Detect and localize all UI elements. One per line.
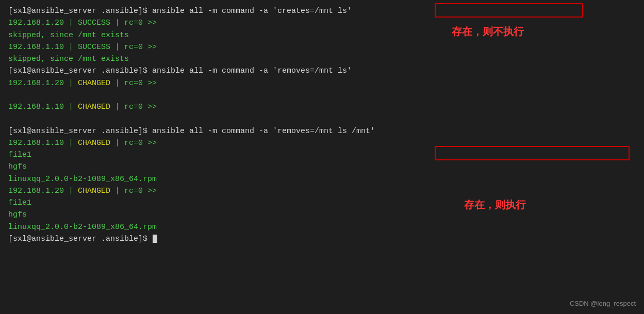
terminal-line-15: linuxqq_2.0.0-b2-1089_x86_64.rpm (8, 173, 636, 185)
terminal-line-9: 192.168.1.10 | CHANGED | rc=0 >> (8, 101, 636, 113)
terminal-line-1: [sxl@ansible_server .ansible]$ ansible a… (8, 5, 636, 17)
cursor (153, 235, 157, 243)
terminal-line-13: file1 (8, 149, 636, 161)
terminal-line-3: skipped, since /mnt exists (8, 29, 636, 41)
terminal-line-6: [sxl@ansible_server .ansible]$ ansible a… (8, 65, 636, 77)
terminal-line-18: hgfs (8, 209, 636, 221)
terminal-line-17: file1 (8, 197, 636, 209)
terminal-line-10 (8, 113, 636, 125)
terminal-line-11: [sxl@ansible_server .ansible]$ ansible a… (8, 125, 636, 137)
terminal-line-20: [sxl@ansible_server .ansible]$ (8, 233, 636, 245)
terminal-line-14: hgfs (8, 161, 636, 173)
terminal-line-2: 192.168.1.20 | SUCCESS | rc=0 >> (8, 17, 636, 29)
terminal-line-16: 192.168.1.20 | CHANGED | rc=0 >> (8, 185, 636, 197)
terminal-line-5: skipped, since /mnt exists (8, 53, 636, 65)
terminal-line-19: linuxqq_2.0.0-b2-1089_x86_64.rpm (8, 221, 636, 233)
terminal-line-12: 192.168.1.10 | CHANGED | rc=0 >> (8, 137, 636, 149)
terminal-line-7: 192.168.1.20 | CHANGED | rc=0 >> (8, 77, 636, 89)
watermark: CSDN @long_respect (570, 299, 636, 309)
terminal: [sxl@ansible_server .ansible]$ ansible a… (0, 0, 644, 314)
terminal-line-4: 192.168.1.10 | SUCCESS | rc=0 >> (8, 41, 636, 53)
terminal-line-8 (8, 89, 636, 101)
